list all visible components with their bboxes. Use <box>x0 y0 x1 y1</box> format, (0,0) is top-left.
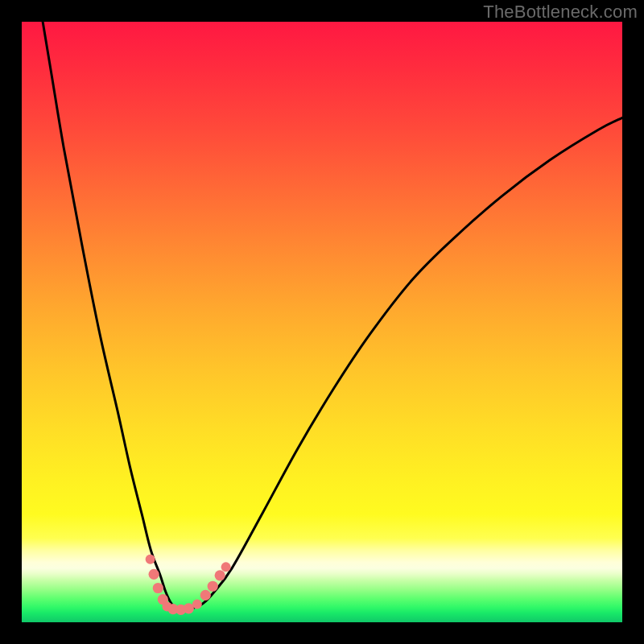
chart-plot-area <box>22 22 622 622</box>
curve-markers <box>146 555 231 615</box>
right-dot-3 <box>208 581 218 592</box>
right-dot-4 <box>215 570 225 580</box>
left-dot-3 <box>153 583 163 593</box>
watermark-text: TheBottleneck.com <box>483 2 638 23</box>
right-dot-5 <box>221 562 231 572</box>
chart-svg <box>22 22 622 622</box>
left-dot-1 <box>146 555 155 564</box>
right-dot-1 <box>192 600 202 609</box>
bottleneck-curve <box>43 22 622 610</box>
left-dot-2 <box>149 569 159 580</box>
chart-frame: TheBottleneck.com <box>0 0 644 644</box>
right-dot-2 <box>200 590 211 601</box>
